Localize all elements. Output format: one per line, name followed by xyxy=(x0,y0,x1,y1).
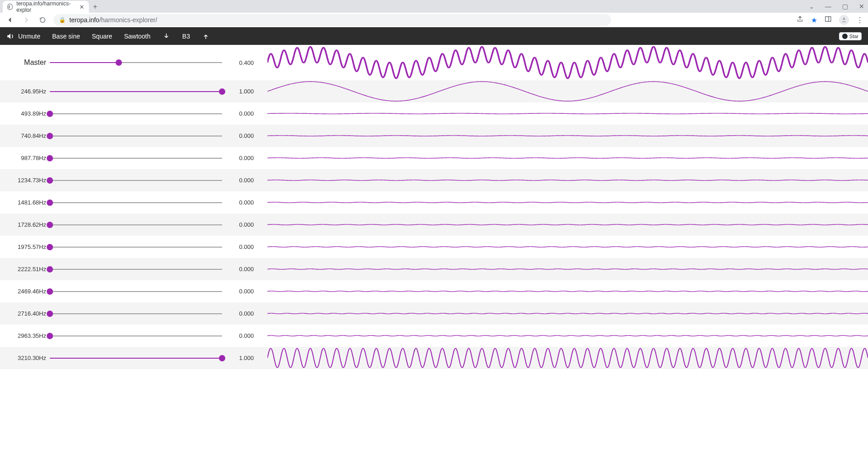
partial-row: 2222.51Hz0.000 xyxy=(0,258,868,280)
partial-frequency-label: 246.95Hz xyxy=(0,88,50,95)
slider-thumb[interactable] xyxy=(116,59,122,66)
browser-window: teropa.info/harmonics-explor ✕ + ⌄ — ▢ ✕… xyxy=(0,0,868,472)
window-controls: ⌄ — ▢ ✕ xyxy=(809,0,864,13)
tab-title: teropa.info/harmonics-explor xyxy=(16,0,76,13)
partial-frequency-label: 493.89Hz xyxy=(0,110,50,117)
svg-point-2 xyxy=(843,18,845,20)
partial-row: 2716.40Hz0.000 xyxy=(0,302,868,325)
amplitude-slider[interactable] xyxy=(50,265,222,274)
amplitude-value: 0.000 xyxy=(222,332,254,339)
current-note: B3 xyxy=(182,33,190,40)
partial-row: 246.95Hz1.000 xyxy=(0,80,868,102)
amplitude-slider[interactable] xyxy=(50,131,222,141)
amplitude-slider[interactable] xyxy=(50,220,222,229)
amplitude-value: 0.400 xyxy=(222,59,254,66)
preset-sawtooth[interactable]: Sawtooth xyxy=(124,33,150,40)
slider-thumb[interactable] xyxy=(47,244,53,250)
slider-thumb[interactable] xyxy=(47,111,53,117)
amplitude-slider[interactable] xyxy=(50,309,222,318)
amplitude-value: 0.000 xyxy=(222,243,254,250)
note-up-button[interactable] xyxy=(202,32,210,40)
slider-thumb[interactable] xyxy=(47,177,53,184)
partial-frequency-label: 2716.40Hz xyxy=(0,310,50,317)
new-tab-button[interactable]: + xyxy=(89,1,102,13)
minimize-icon[interactable]: — xyxy=(825,3,831,10)
master-row: Master0.400 xyxy=(0,45,868,80)
preset-base-sine[interactable]: Base sine xyxy=(52,33,80,40)
slider-thumb[interactable] xyxy=(47,311,53,317)
github-star-button[interactable]: Star xyxy=(839,32,862,40)
amplitude-slider[interactable] xyxy=(50,87,222,96)
slider-thumb[interactable] xyxy=(47,266,53,272)
slider-thumb[interactable] xyxy=(219,88,225,95)
app-toolbar: Unmute Base sine Square Sawtooth B3 Star xyxy=(0,27,868,45)
partial-frequency-label: 1728.62Hz xyxy=(0,221,50,228)
globe-icon xyxy=(7,4,13,10)
back-button[interactable] xyxy=(5,15,15,25)
amplitude-slider[interactable] xyxy=(50,243,222,252)
partial-frequency-label: 740.84Hz xyxy=(0,132,50,139)
partial-row: 1975.57Hz0.000 xyxy=(0,236,868,258)
amplitude-value: 0.000 xyxy=(222,110,254,117)
preset-square[interactable]: Square xyxy=(92,33,112,40)
url-path: /harmonics-explorer/ xyxy=(99,16,157,24)
partial-row: 2469.46Hz0.000 xyxy=(0,280,868,302)
master-waveform xyxy=(267,45,868,80)
slider-thumb[interactable] xyxy=(47,222,53,228)
bookmark-star-icon[interactable]: ★ xyxy=(811,16,817,24)
slider-thumb[interactable] xyxy=(47,155,53,161)
partial-row: 1234.73Hz0.000 xyxy=(0,169,868,191)
reload-button[interactable] xyxy=(37,15,48,25)
slider-thumb[interactable] xyxy=(47,200,53,206)
tab-strip: teropa.info/harmonics-explor ✕ + ⌄ — ▢ ✕ xyxy=(0,0,868,13)
partial-rows: Master0.400246.95Hz1.000493.89Hz0.000740… xyxy=(0,45,868,472)
partial-frequency-label: 2222.51Hz xyxy=(0,266,50,272)
partial-waveform xyxy=(267,191,868,214)
amplitude-slider[interactable] xyxy=(50,154,222,163)
unmute-label: Unmute xyxy=(18,33,40,40)
slider-thumb[interactable] xyxy=(47,288,53,295)
profile-avatar[interactable] xyxy=(839,15,849,25)
amplitude-slider[interactable] xyxy=(50,287,222,296)
partial-waveform xyxy=(267,236,868,258)
share-icon[interactable] xyxy=(796,15,804,24)
note-down-button[interactable] xyxy=(162,32,170,40)
partial-row: 3210.30Hz1.000 xyxy=(0,347,868,369)
url-input[interactable]: 🔒 teropa.info/harmonics-explorer/ xyxy=(53,14,611,26)
amplitude-slider[interactable] xyxy=(50,109,222,118)
partial-row: 987.78Hz0.000 xyxy=(0,147,868,169)
master-label: Master xyxy=(0,58,50,67)
amplitude-slider[interactable] xyxy=(50,176,222,185)
partial-frequency-label: 987.78Hz xyxy=(0,155,50,161)
amplitude-value: 0.000 xyxy=(222,266,254,272)
amplitude-value: 0.000 xyxy=(222,288,254,295)
kebab-menu-icon[interactable]: ⋮ xyxy=(856,16,863,24)
arrow-up-icon xyxy=(202,32,210,40)
slider-thumb[interactable] xyxy=(47,133,53,139)
partial-waveform xyxy=(267,258,868,280)
amplitude-slider[interactable] xyxy=(50,58,222,67)
forward-button[interactable] xyxy=(21,15,32,25)
partial-frequency-label: 3210.30Hz xyxy=(0,355,50,361)
chevron-down-icon[interactable]: ⌄ xyxy=(809,3,814,10)
amplitude-slider[interactable] xyxy=(50,331,222,341)
slider-thumb[interactable] xyxy=(219,355,225,361)
amplitude-slider[interactable] xyxy=(50,198,222,207)
amplitude-value: 1.000 xyxy=(222,88,254,95)
browser-tab[interactable]: teropa.info/harmonics-explor ✕ xyxy=(3,1,89,13)
lock-icon: 🔒 xyxy=(59,17,66,23)
amplitude-value: 0.000 xyxy=(222,177,254,184)
slider-thumb[interactable] xyxy=(47,333,53,339)
svg-rect-0 xyxy=(825,17,831,22)
amplitude-slider[interactable] xyxy=(50,354,222,363)
window-close-icon[interactable]: ✕ xyxy=(859,3,864,10)
close-icon[interactable]: ✕ xyxy=(79,4,84,10)
maximize-icon[interactable]: ▢ xyxy=(842,3,848,10)
partial-waveform xyxy=(267,302,868,325)
partial-waveform xyxy=(267,80,868,102)
partial-row: 1728.62Hz0.000 xyxy=(0,214,868,236)
arrow-down-icon xyxy=(162,32,170,40)
unmute-button[interactable]: Unmute xyxy=(6,32,40,40)
panel-icon[interactable] xyxy=(824,15,832,24)
partial-row: 1481.68Hz0.000 xyxy=(0,191,868,214)
